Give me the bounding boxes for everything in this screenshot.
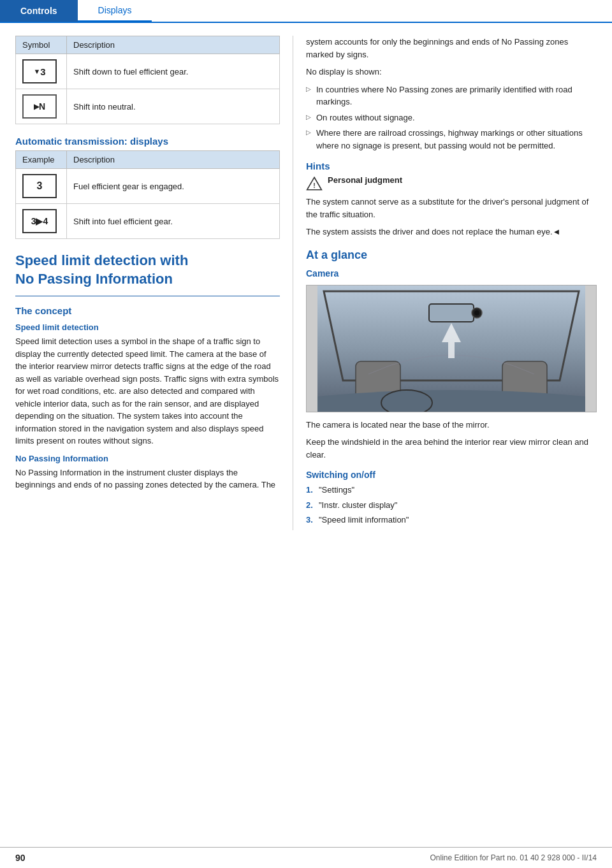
tab-displays[interactable]: Displays <box>78 0 152 22</box>
svg-rect-5 <box>429 304 474 322</box>
table-row: 3▶4 Shift into fuel efficient gear. <box>16 204 280 239</box>
speed-limit-para: Speed limit detection uses a symbol in t… <box>15 335 280 447</box>
divider <box>15 296 280 296</box>
col-description: Description <box>67 36 280 54</box>
warning-label: Personal judgment <box>328 175 402 185</box>
no-passing-heading: No Passing Information <box>15 454 280 463</box>
page-content: Symbol Description ▼3 Shift down to fuel… <box>0 23 612 530</box>
speed-limit-detection-heading: Speed limit detection <box>15 322 280 332</box>
warning-para2: The system assists the driver and does n… <box>306 226 597 238</box>
symbol-description-table: Symbol Description ▼3 Shift down to fuel… <box>15 36 280 124</box>
table-row: ▶N Shift into neutral. <box>16 89 280 124</box>
right-column: system accounts for only the beginnings … <box>293 36 612 530</box>
shift-fuel-desc: Shift into fuel efficient gear. <box>67 204 280 239</box>
camera-heading: Camera <box>306 268 597 278</box>
step-2: 2. "Instr. cluster display" <box>306 499 597 512</box>
camera-desc2: Keep the windshield in the area behind t… <box>306 436 597 461</box>
warning-block: ! Personal judgment <box>306 175 597 192</box>
bullet-list: In countries where No Passing zones are … <box>306 83 597 152</box>
no-display-intro: No display is shown: <box>306 66 597 78</box>
table-row: 3 Fuel efficient gear is engaged. <box>16 169 280 204</box>
col-symbol: Symbol <box>16 36 67 54</box>
neutral-symbol: ▶N <box>22 94 57 119</box>
list-item: In countries where No Passing zones are … <box>306 83 597 108</box>
svg-point-7 <box>474 310 479 315</box>
table-row: ▼3 Shift down to fuel efficient gear. <box>16 54 280 89</box>
gear-3-symbol: 3 <box>22 174 57 198</box>
no-passing-para: No Passing Information in the instrument… <box>15 467 280 491</box>
page-number: 90 <box>15 853 26 863</box>
camera-desc1: The camera is located near the base of t… <box>306 419 597 431</box>
svg-text:!: ! <box>313 182 316 189</box>
step-number: 2. <box>306 499 315 512</box>
top-nav: Controls Displays <box>0 0 612 23</box>
hints-heading: Hints <box>306 161 597 171</box>
col-example: Example <box>16 151 67 169</box>
symbol-cell: ▼3 <box>16 54 67 89</box>
list-item: Where there are railroad crossings, high… <box>306 127 597 152</box>
switching-heading: Switching on/off <box>306 470 597 480</box>
list-item: On routes without signage. <box>306 112 597 124</box>
example-description-table: Example Description 3 Fuel efficient gea… <box>15 150 280 239</box>
step-number: 3. <box>306 514 315 526</box>
car-interior-svg <box>317 285 585 412</box>
footer-copyright: Online Edition for Part no. 01 40 2 928 … <box>430 853 597 862</box>
camera-image <box>306 285 597 412</box>
shift-down-desc: Shift down to fuel efficient gear. <box>67 54 280 89</box>
concept-heading: The concept <box>15 305 280 316</box>
continued-para: system accounts for only the beginnings … <box>306 36 597 61</box>
step-text: "Instr. cluster display" <box>319 499 397 512</box>
step-number: 1. <box>306 484 315 496</box>
auto-transmission-heading: Automatic transmission: displays <box>15 136 280 147</box>
steps-list: 1. "Settings" 2. "Instr. cluster display… <box>306 484 597 526</box>
col-description2: Description <box>67 151 280 169</box>
tab-controls[interactable]: Controls <box>0 0 78 22</box>
warning-icon: ! <box>306 175 323 192</box>
neutral-desc: Shift into neutral. <box>67 89 280 124</box>
warning-para1: The system cannot serve as a substitute … <box>306 196 597 221</box>
speed-limit-heading: Speed limit detection with No Passing In… <box>15 252 280 288</box>
symbol-cell: 3▶4 <box>16 204 67 239</box>
step-1: 1. "Settings" <box>306 484 597 496</box>
symbol-cell: 3 <box>16 169 67 204</box>
shift-down-symbol: ▼3 <box>22 59 57 83</box>
hints-section: Hints ! Personal judgment The system can… <box>306 161 597 238</box>
at-a-glance-heading: At a glance <box>306 249 597 262</box>
gear-34-symbol: 3▶4 <box>22 209 57 233</box>
symbol-cell: ▶N <box>16 89 67 124</box>
page-footer: 90 Online Edition for Part no. 01 40 2 9… <box>0 847 612 868</box>
step-text: "Settings" <box>319 484 354 496</box>
fuel-efficient-desc: Fuel efficient gear is engaged. <box>67 169 280 204</box>
left-column: Symbol Description ▼3 Shift down to fuel… <box>0 36 293 530</box>
step-3: 3. "Speed limit information" <box>306 514 597 526</box>
step-text: "Speed limit information" <box>319 514 409 526</box>
